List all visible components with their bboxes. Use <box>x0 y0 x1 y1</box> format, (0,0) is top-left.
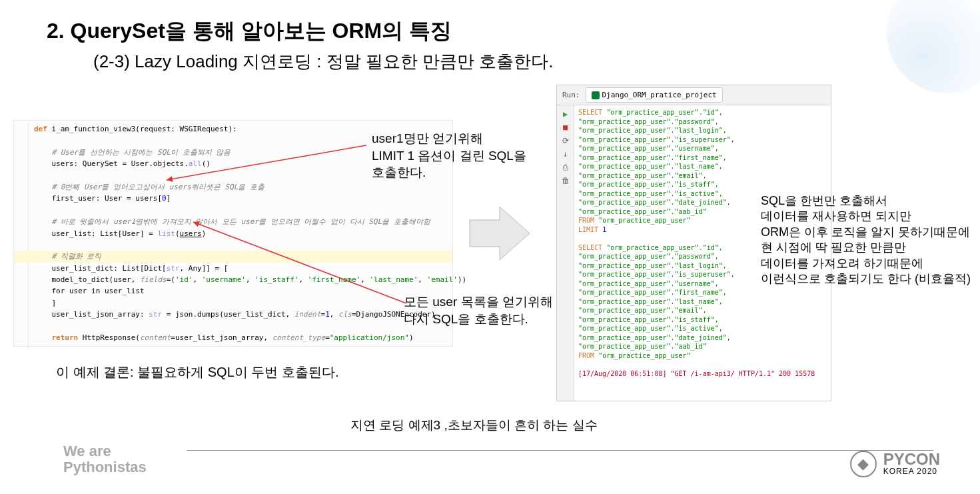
http-log-line: [17/Aug/2020 06:51:08] "GET /i-am-api3/ … <box>578 369 827 379</box>
ide-header: Run: Django_ORM_pratice_project <box>557 85 831 105</box>
footer-divider <box>187 450 933 451</box>
stop-icon[interactable]: ■ <box>561 123 570 132</box>
footer-right-brand: ◆ PYCON KOREA 2020 <box>850 451 940 477</box>
decorative-corner <box>887 0 980 93</box>
pycon-logo-icon: ◆ <box>850 451 877 477</box>
caption-text: 지연 로딩 예제3 ,초보자들이 흔히 하는 실수 <box>350 417 598 434</box>
slide-subtitle: (2-3) Lazy Loading 지연로딩 : 정말 필요한 만큼만 호출한… <box>93 50 554 73</box>
down-icon[interactable]: ↓ <box>561 149 570 159</box>
run-config-name: Django_ORM_pratice_project <box>602 91 717 99</box>
django-icon <box>592 91 600 99</box>
brand-name: PYCON <box>883 452 940 467</box>
annotation-limit1: user1명만 얻기위해 LIMIT 1 옵션이 걸린 SQL을 호출한다. <box>372 130 526 181</box>
run-label: Run: <box>557 91 586 99</box>
slide-title: 2. QuerySet을 통해 알아보는 ORM의 특징 <box>47 17 452 46</box>
rerun-icon[interactable]: ⟳ <box>561 136 570 145</box>
annotation-right: SQL을 한번만 호출해서 데이터를 재사용하면 되지만 ORM은 이후 로직을… <box>761 193 971 287</box>
run-config-tab[interactable]: Django_ORM_pratice_project <box>586 87 723 103</box>
trash-icon[interactable]: 🗑 <box>561 176 570 185</box>
play-icon[interactable]: ▶ <box>561 109 570 119</box>
brand-sub: KOREA 2020 <box>883 467 940 476</box>
ide-toolbar: ▶ ■ ⟳ ↓ ⎙ 🗑 <box>557 105 574 401</box>
footer-left-text: We are Pythonistas <box>63 443 147 475</box>
conclusion-text: 이 예제 결론: 불필요하게 SQL이 두번 호출된다. <box>56 363 338 381</box>
annotation-all-users: 모든 user 목록을 얻기위해 다시 SQL을 호출한다. <box>404 293 553 327</box>
big-arrow-icon <box>466 203 533 263</box>
print-icon[interactable]: ⎙ <box>561 163 570 172</box>
